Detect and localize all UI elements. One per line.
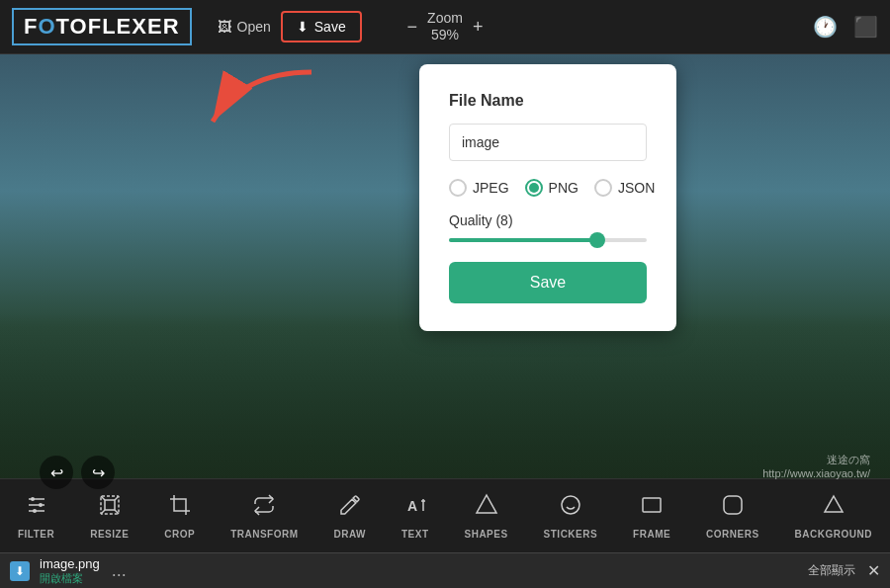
frame-icon — [640, 493, 664, 523]
notif-subtext: 開啟檔案 — [40, 571, 100, 586]
layers-button[interactable]: ⬛ — [853, 15, 878, 39]
zoom-out-button[interactable]: − — [407, 17, 418, 38]
tool-corners-label: CORNERS — [706, 529, 759, 540]
svg-point-4 — [31, 497, 35, 501]
notification-bar: ⬇ image.png 開啟檔案 ... 全部顯示 ✕ — [0, 552, 890, 588]
radio-circle-png — [525, 179, 543, 197]
svg-marker-22 — [825, 496, 843, 512]
undo-redo-area: ↩ ↪ — [40, 456, 115, 489]
tool-background[interactable]: BACKGROUND — [783, 485, 884, 547]
notif-icon: ⬇ — [10, 561, 30, 581]
filter-icon — [25, 493, 48, 523]
svg-point-17 — [562, 496, 579, 514]
logo: FOTOFLEXER — [12, 8, 192, 45]
save-label: Save — [314, 19, 346, 35]
history-button[interactable]: 🕐 — [813, 15, 838, 39]
bottom-toolbar: FILTER RESIZE CROP TRANSFORM DRAW A TEXT — [0, 478, 890, 552]
svg-marker-16 — [477, 495, 496, 513]
notif-file-info: image.png 開啟檔案 — [40, 556, 100, 586]
open-label: Open — [237, 19, 271, 35]
filename-input[interactable] — [449, 124, 647, 161]
layers-icon: ⬛ — [853, 16, 878, 38]
radio-label-json: JSON — [618, 180, 655, 196]
notif-download-icon: ⬇ — [15, 564, 25, 578]
tool-transform[interactable]: TRANSFORM — [219, 485, 310, 547]
radio-label-jpeg: JPEG — [473, 180, 509, 196]
save-dialog: File Name JPEG PNG JSON Quality (8) Sav — [419, 64, 676, 331]
logo-text: FOTOFLEXER — [24, 14, 180, 40]
tool-stickers-label: STICKERS — [544, 529, 598, 540]
svg-rect-21 — [724, 496, 742, 514]
main-area: ↩ ↪ 迷途の窩 http://www.xiaoyao.tw/ File Nam… — [0, 54, 890, 509]
draw-icon — [338, 493, 362, 523]
history-icon: 🕐 — [813, 16, 838, 38]
tool-text-label: TEXT — [401, 529, 429, 540]
radio-png[interactable]: PNG — [525, 179, 578, 197]
slider-track — [449, 238, 647, 242]
svg-rect-20 — [643, 498, 661, 512]
dialog-title: File Name — [449, 92, 647, 110]
undo-button[interactable]: ↩ — [40, 456, 73, 489]
text-icon: A — [403, 493, 427, 523]
tool-draw-label: DRAW — [333, 529, 366, 540]
notif-more-button[interactable]: ... — [112, 560, 127, 581]
save-button[interactable]: ⬇ Save — [281, 11, 362, 42]
tool-transform-label: TRANSFORM — [230, 529, 298, 540]
header: FOTOFLEXER 🖼 Open ⬇ Save − Zoom 59% + 🕐 … — [0, 0, 890, 54]
watermark: 迷途の窩 http://www.xiaoyao.tw/ — [762, 453, 870, 479]
tool-text[interactable]: A TEXT — [390, 485, 441, 547]
format-radio-group: JPEG PNG JSON — [449, 179, 647, 197]
watermark-line1: 迷途の窩 — [762, 453, 870, 467]
quality-slider[interactable] — [449, 238, 647, 242]
redo-button[interactable]: ↪ — [81, 456, 115, 489]
radio-jpeg[interactable]: JPEG — [449, 179, 509, 197]
notif-show-all-button[interactable]: 全部顯示 — [808, 562, 855, 579]
svg-rect-8 — [105, 500, 115, 510]
tool-shapes-label: SHAPES — [465, 529, 508, 540]
tool-crop-label: CROP — [164, 529, 195, 540]
tool-draw[interactable]: DRAW — [321, 485, 378, 547]
notif-filename: image.png — [40, 556, 100, 571]
notif-right: 全部顯示 ✕ — [808, 561, 880, 580]
open-icon: 🖼 — [218, 19, 231, 35]
save-dialog-button[interactable]: Save — [449, 262, 647, 303]
zoom-title: Zoom — [427, 10, 463, 27]
resize-icon — [98, 493, 122, 523]
open-button[interactable]: 🖼 Open — [208, 13, 281, 41]
tool-resize[interactable]: RESIZE — [78, 485, 140, 547]
slider-thumb[interactable] — [589, 232, 605, 248]
corners-icon — [721, 493, 745, 523]
zoom-value: 59% — [427, 27, 463, 43]
tool-filter-label: FILTER — [18, 529, 54, 540]
save-icon: ⬇ — [297, 19, 309, 35]
svg-text:A: A — [407, 498, 418, 514]
tool-shapes[interactable]: SHAPES — [453, 485, 520, 547]
tool-stickers[interactable]: STICKERS — [532, 485, 610, 547]
tool-frame[interactable]: FRAME — [621, 485, 682, 547]
tool-background-label: BACKGROUND — [795, 529, 872, 540]
tool-resize-label: RESIZE — [90, 529, 129, 540]
zoom-in-button[interactable]: + — [473, 17, 484, 38]
zoom-label: Zoom 59% — [427, 10, 463, 43]
stickers-icon — [559, 493, 582, 523]
radio-circle-jpeg — [449, 179, 467, 197]
radio-label-png: PNG — [549, 180, 578, 196]
shapes-icon — [475, 493, 498, 523]
tool-crop[interactable]: CROP — [152, 485, 207, 547]
background-icon — [822, 493, 846, 523]
zoom-area: − Zoom 59% + — [407, 10, 484, 43]
slider-fill — [449, 238, 597, 242]
tool-corners[interactable]: CORNERS — [694, 485, 771, 547]
tool-filter[interactable]: FILTER — [6, 485, 66, 547]
watermark-line2: http://www.xiaoyao.tw/ — [762, 467, 870, 479]
transform-icon — [252, 493, 276, 523]
svg-point-6 — [33, 509, 37, 513]
tool-frame-label: FRAME — [633, 529, 670, 540]
notif-close-button[interactable]: ✕ — [867, 561, 880, 580]
svg-point-5 — [39, 503, 43, 507]
crop-icon — [168, 493, 192, 523]
quality-label: Quality (8) — [449, 212, 647, 228]
radio-circle-json — [594, 179, 612, 197]
svg-line-11 — [101, 510, 105, 514]
radio-json[interactable]: JSON — [594, 179, 655, 197]
